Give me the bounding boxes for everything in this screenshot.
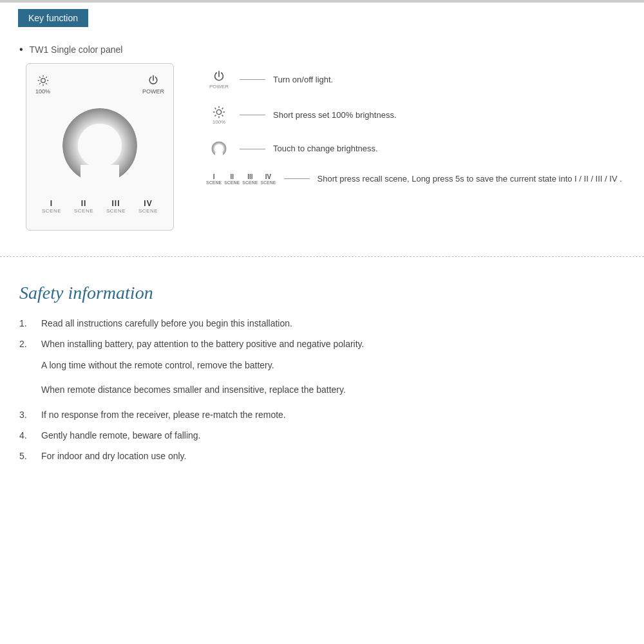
svg-line-20 — [222, 115, 223, 117]
svg-point-27 — [214, 144, 223, 153]
main-content: TW1 Single color panel — [0, 27, 644, 243]
safety-sub-2a: A long time without the remote control, … — [41, 358, 274, 372]
remote-sun-label: 100% — [35, 88, 50, 95]
scene-btn-4[interactable]: IV SCENE — [138, 199, 158, 214]
dial-container — [58, 104, 142, 187]
desc-item-scene: I SCENE II SCENE III SCENE IV — [206, 173, 625, 185]
desc-sun-text: Short press set 100% brightness. — [273, 109, 397, 122]
scene-btn-1[interactable]: I SCENE — [42, 199, 61, 214]
tw1-label: TW1 Single color panel — [19, 44, 625, 55]
safety-num-3: 3. — [19, 408, 35, 422]
svg-point-0 — [41, 79, 45, 83]
desc-sun-label: 100% — [213, 119, 225, 125]
scene-iv-numeral: IV — [265, 173, 271, 180]
safety-item-4: 4. Gently handle remote, beware of falli… — [19, 428, 625, 442]
section-divider — [0, 256, 644, 257]
safety-item-2-main: 2. When installing battery, pay attentio… — [19, 337, 364, 351]
scene-iii-label: SCENE — [242, 180, 258, 185]
dash-4 — [284, 178, 310, 179]
scene-numeral-3: III — [111, 199, 120, 208]
safety-item-5: 5. For indoor and dry location use only. — [19, 449, 625, 463]
safety-list: 1. Read all instructions carefully befor… — [19, 316, 625, 464]
sun-icon — [37, 74, 50, 87]
remote-panel: 100% POWER — [26, 63, 174, 231]
safety-text-3: If no response from the receiver, please… — [41, 408, 286, 422]
desc-item-sun: 100% Short press set 100% brightness. — [206, 105, 625, 125]
scene-i-numeral: I — [213, 173, 215, 180]
power-icon — [147, 74, 160, 87]
svg-line-22 — [222, 108, 223, 109]
desc-dial-text: Touch to change brightness. — [273, 142, 378, 155]
safety-text-4: Gently handle remote, beware of falling. — [41, 428, 200, 442]
remote-power-icon-group: POWER — [142, 74, 164, 95]
tw1-text: TW1 Single color panel — [30, 44, 123, 55]
safety-num-2: 2. — [19, 337, 35, 351]
safety-num-5: 5. — [19, 449, 35, 463]
remote-power-label: POWER — [142, 88, 164, 95]
svg-point-13 — [78, 124, 122, 167]
desc-power-label: POWER — [209, 84, 229, 90]
remote-top-row: 100% POWER — [35, 74, 164, 95]
scene-numeral-1: I — [50, 199, 53, 208]
scene-iv-label: SCENE — [260, 180, 276, 185]
desc-item-dial: Touch to change brightness. — [206, 140, 625, 157]
desc-section: POWER Turn on/off light. — [206, 63, 625, 185]
safety-text-2: When installing battery, pay attention t… — [41, 337, 364, 351]
scene-label-3: SCENE — [106, 208, 126, 214]
safety-title: Safety information — [19, 283, 625, 303]
svg-line-7 — [39, 83, 41, 84]
desc-sun-icon — [212, 105, 226, 119]
key-function-label: Key function — [28, 13, 78, 23]
svg-line-6 — [46, 83, 47, 84]
desc-power-icon-group: POWER — [206, 70, 232, 90]
svg-point-14 — [216, 109, 221, 114]
panel-section: 100% POWER — [26, 63, 625, 231]
scene-ii-label: SCENE — [224, 180, 240, 185]
scene-label-1: SCENE — [42, 208, 61, 214]
desc-scene-text: Short press recall scene, Long press 5s … — [317, 173, 622, 185]
scene-numeral-2: II — [81, 199, 87, 208]
safety-sub-2b: When remote distance becomes smaller and… — [41, 383, 346, 397]
scene-row: I SCENE II SCENE III SCENE IV SCENE — [35, 199, 164, 214]
scene-numeral-4: IV — [144, 199, 152, 208]
safety-num-4: 4. — [19, 428, 35, 442]
scene-label-2: SCENE — [74, 208, 93, 214]
scene-btn-3[interactable]: III SCENE — [106, 199, 126, 214]
dial-svg — [58, 104, 142, 187]
safety-text-5: For indoor and dry location use only. — [41, 449, 186, 463]
safety-item-1: 1. Read all instructions carefully befor… — [19, 316, 625, 330]
safety-text-1: Read all instructions carefully before y… — [41, 316, 292, 330]
safety-num-1: 1. — [19, 316, 35, 330]
scene-iii-numeral: III — [247, 173, 252, 180]
desc-item-power: POWER Turn on/off light. — [206, 70, 625, 90]
desc-power-icon — [212, 70, 226, 84]
key-function-header: Key function — [18, 9, 88, 27]
svg-line-5 — [39, 77, 41, 78]
scene-i-label: SCENE — [206, 180, 222, 185]
dash-2 — [240, 115, 265, 115]
scene-ii-numeral: II — [230, 173, 234, 180]
scene-btn-2[interactable]: II SCENE — [74, 199, 93, 214]
desc-dial-icon-group — [206, 140, 232, 157]
desc-sun-icon-group: 100% — [206, 105, 232, 125]
dash-3 — [240, 149, 265, 149]
safety-section: Safety information 1. Read all instructi… — [0, 270, 644, 489]
scene-label-4: SCENE — [138, 208, 158, 214]
svg-line-19 — [214, 108, 216, 109]
safety-item-3: 3. If no response from the receiver, ple… — [19, 408, 625, 422]
desc-dial-icon — [211, 140, 227, 157]
remote-sun-icon-group: 100% — [35, 74, 50, 95]
svg-line-21 — [214, 115, 216, 117]
desc-power-text: Turn on/off light. — [273, 73, 333, 86]
dash-1 — [240, 79, 265, 80]
svg-line-8 — [46, 77, 47, 78]
desc-scene-icon-group: I SCENE II SCENE III SCENE IV — [206, 173, 276, 185]
safety-item-2: 2. When installing battery, pay attentio… — [19, 337, 625, 401]
